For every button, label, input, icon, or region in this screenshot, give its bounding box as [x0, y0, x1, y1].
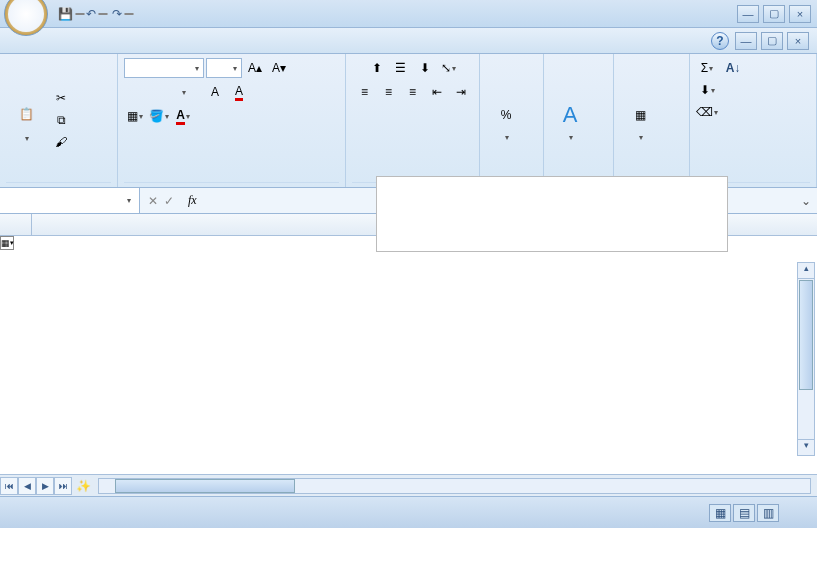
- help-button[interactable]: ?: [711, 32, 729, 50]
- border-icon[interactable]: ▦▾: [124, 106, 146, 126]
- minimize-button[interactable]: —: [737, 5, 759, 23]
- group-styles: A▾: [544, 54, 614, 187]
- increase-indent-icon[interactable]: ⇥: [450, 82, 472, 102]
- styles-icon: A: [554, 99, 586, 131]
- orientation-icon[interactable]: ⤡▾: [438, 58, 460, 78]
- window-controls: — ▢ ×: [737, 5, 811, 23]
- align-center-icon[interactable]: ≡: [378, 82, 400, 102]
- view-buttons: ▦ ▤ ▥: [709, 504, 779, 522]
- formula-buttons: ✕ ✓: [140, 194, 182, 208]
- next-sheet-icon[interactable]: ▶: [36, 477, 54, 495]
- scroll-up-icon[interactable]: ▴: [798, 263, 814, 279]
- align-top-icon[interactable]: ⬆: [366, 58, 388, 78]
- format-painter-icon[interactable]: 🖌: [50, 132, 72, 152]
- align-left-icon[interactable]: ≡: [354, 82, 376, 102]
- page-break-view-icon[interactable]: ▥: [757, 504, 779, 522]
- decrease-indent-icon[interactable]: ⇤: [426, 82, 448, 102]
- page-layout-view-icon[interactable]: ▤: [733, 504, 755, 522]
- fx-icon[interactable]: fx: [188, 193, 197, 208]
- scroll-thumb[interactable]: [799, 280, 813, 390]
- title-bar: 💾 ↶ ↷ — ▢ ×: [0, 0, 817, 28]
- select-all-corner[interactable]: [0, 214, 32, 235]
- expand-formula-bar-icon[interactable]: ⌄: [795, 194, 817, 208]
- group-font-label: [124, 182, 339, 187]
- cell-styles-button[interactable]: A▾: [550, 97, 590, 144]
- quick-access-toolbar: 💾 ↶ ↷: [62, 5, 132, 23]
- fill-handle-options-icon[interactable]: ▦▾: [0, 236, 14, 250]
- font-name-box[interactable]: ▾: [124, 58, 204, 78]
- vertical-scrollbar[interactable]: ▴ ▾: [797, 262, 815, 456]
- mdi-controls: — ▢ ×: [735, 32, 809, 50]
- font-color-icon[interactable]: A: [228, 82, 250, 102]
- group-cells: ▦▾: [614, 54, 690, 187]
- mdi-close-button[interactable]: ×: [787, 32, 809, 50]
- group-clipboard-label: [6, 182, 111, 187]
- number-format-button[interactable]: %▾: [486, 97, 526, 144]
- close-button[interactable]: ×: [789, 5, 811, 23]
- status-bar: ▦ ▤ ▥: [0, 496, 817, 528]
- fill-bucket-icon[interactable]: 🪣▾: [148, 106, 170, 126]
- horizontal-scrollbar[interactable]: [98, 478, 811, 494]
- ribbon: 📋 ▾ ✂ ⧉ 🖌 ▾ ▾ A▴ A▾ ▾: [0, 54, 817, 188]
- name-box[interactable]: ▾: [0, 188, 140, 213]
- paste-button[interactable]: 📋 ▾: [6, 96, 46, 145]
- align-right-icon[interactable]: ≡: [402, 82, 424, 102]
- clipboard-icon: 📋: [10, 98, 42, 130]
- last-sheet-icon[interactable]: ⏭: [54, 477, 72, 495]
- mdi-restore-button[interactable]: ▢: [761, 32, 783, 50]
- cancel-formula-icon[interactable]: ✕: [148, 194, 158, 208]
- ribbon-tabs: ? — ▢ ×: [0, 28, 817, 54]
- align-bottom-icon[interactable]: ⬇: [414, 58, 436, 78]
- office-button-hint: [8, 0, 44, 32]
- group-font: ▾ ▾ A▴ A▾ ▾ A A ▦▾ 🪣▾ A▾: [118, 54, 346, 187]
- group-editing: Σ▾A↓ ⬇▾ ⌫▾: [690, 54, 817, 187]
- first-sheet-icon[interactable]: ⏮: [0, 477, 18, 495]
- italic-button[interactable]: [148, 82, 170, 102]
- group-number: %▾: [480, 54, 544, 187]
- text-color-icon[interactable]: A▾: [172, 106, 194, 126]
- grow-font-icon[interactable]: A▴: [244, 58, 266, 78]
- fill-icon[interactable]: ⬇▾: [696, 80, 718, 100]
- bold-button[interactable]: [124, 82, 146, 102]
- clear-icon[interactable]: ⌫▾: [696, 102, 718, 122]
- formula-overlay: [376, 176, 728, 252]
- maximize-button[interactable]: ▢: [763, 5, 785, 23]
- cells-format-button[interactable]: ▦▾: [620, 97, 660, 144]
- worksheet-grid[interactable]: ▦▾: [0, 214, 817, 474]
- font-size-box[interactable]: ▾: [206, 58, 242, 78]
- mdi-minimize-button[interactable]: —: [735, 32, 757, 50]
- cells-icon: ▦: [624, 99, 656, 131]
- shrink-font-icon[interactable]: A▾: [268, 58, 290, 78]
- cell-fill-color-icon[interactable]: A: [204, 82, 226, 102]
- autosum-icon[interactable]: Σ▾: [696, 58, 718, 78]
- sheet-nav-buttons: ⏮ ◀ ▶ ⏭: [0, 477, 72, 495]
- save-icon[interactable]: 💾: [62, 5, 80, 23]
- group-alignment: ⬆ ☰ ⬇ ⤡▾ ≡ ≡ ≡ ⇤ ⇥: [346, 54, 480, 187]
- copy-icon[interactable]: ⧉: [50, 110, 72, 130]
- new-sheet-icon[interactable]: ✨: [74, 478, 92, 494]
- underline-button[interactable]: ▾: [172, 82, 194, 102]
- redo-icon[interactable]: ↷: [114, 5, 132, 23]
- enter-formula-icon[interactable]: ✓: [164, 194, 174, 208]
- cut-icon[interactable]: ✂: [50, 88, 72, 108]
- align-middle-icon[interactable]: ☰: [390, 58, 412, 78]
- prev-sheet-icon[interactable]: ◀: [18, 477, 36, 495]
- normal-view-icon[interactable]: ▦: [709, 504, 731, 522]
- scroll-down-icon[interactable]: ▾: [798, 439, 814, 455]
- group-clipboard: 📋 ▾ ✂ ⧉ 🖌: [0, 54, 118, 187]
- hscroll-thumb[interactable]: [115, 479, 295, 493]
- sheet-tab-bar: ⏮ ◀ ▶ ⏭ ✨: [0, 474, 817, 496]
- sort-filter-icon[interactable]: A↓: [722, 58, 744, 78]
- percent-icon: %: [490, 99, 522, 131]
- undo-icon[interactable]: ↶: [88, 5, 106, 23]
